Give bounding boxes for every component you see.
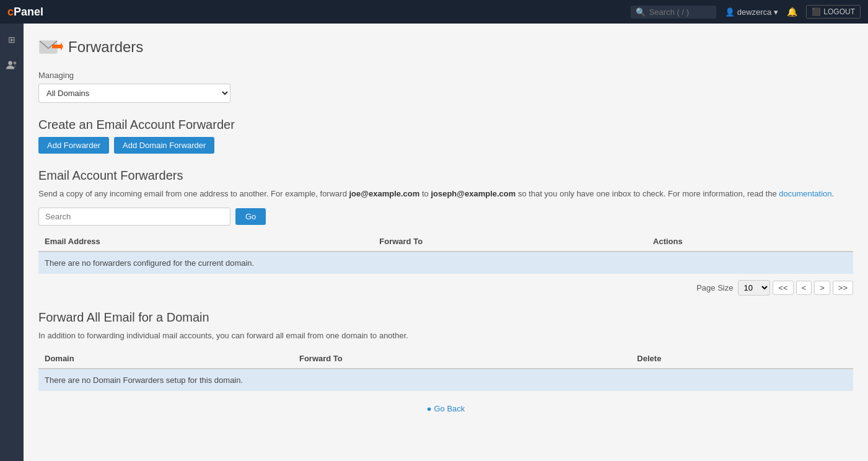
add-domain-forwarder-button[interactable]: Add Domain Forwarder: [114, 137, 214, 154]
create-forwarder-buttons: Add Forwarder Add Domain Forwarder: [38, 137, 853, 154]
desc-text-prefix: Send a copy of any incoming email from o…: [38, 189, 349, 198]
col-header-forward-to: Forward To: [373, 232, 647, 252]
navbar-right: 🔍 👤 dewzerca ▾ 🔔 ⬛ LOGOUT: [631, 5, 861, 19]
email-forwarders-description: Send a copy of any incoming email from o…: [38, 188, 853, 200]
search-row: Go: [38, 208, 853, 226]
go-back-row: ● Go Back: [38, 403, 853, 413]
col-header-domain: Domain: [38, 349, 293, 369]
pagination-first-button[interactable]: <<: [773, 281, 793, 295]
forwarders-page-icon: [38, 36, 61, 58]
svg-point-1: [13, 61, 16, 64]
empty-domain-forwarders-message: There are no Domain Forwarders setup for…: [38, 369, 853, 391]
navbar-logout-button[interactable]: ⬛ LOGOUT: [806, 5, 861, 19]
sidebar-item-users[interactable]: [2, 56, 22, 76]
navbar-notifications[interactable]: 🔔: [787, 7, 797, 17]
col-header-delete: Delete: [631, 349, 853, 369]
managing-select[interactable]: All Domains: [38, 84, 230, 103]
desc-example-from: joe@example.com: [349, 189, 419, 198]
email-forwarders-table-container: Email Address Forward To Actions There a…: [38, 232, 853, 274]
col-header-domain-forward-to: Forward To: [293, 349, 631, 369]
sidebar: ⊞: [0, 24, 24, 461]
user-icon: 👤: [725, 7, 735, 17]
main-content: Forwarders Managing All Domains Create a…: [24, 24, 868, 461]
search-icon: 🔍: [636, 7, 646, 17]
pagination-row: Page Size 10 25 50 100 << < > >>: [38, 280, 853, 296]
managing-section: Managing All Domains: [38, 71, 853, 103]
go-back-circle-icon: ●: [427, 404, 432, 413]
col-header-actions: Actions: [647, 232, 853, 252]
cpanel-logo: cPanel: [7, 6, 43, 19]
sidebar-item-grid[interactable]: ⊞: [2, 30, 22, 50]
domain-forwarders-table-container: Domain Forward To Delete There are no Do…: [38, 349, 853, 391]
desc-text-middle: to: [419, 189, 431, 198]
managing-label: Managing: [38, 71, 853, 80]
domain-table-row-empty: There are no Domain Forwarders setup for…: [38, 369, 853, 391]
create-forwarder-heading: Create an Email Account Forwarder: [38, 118, 853, 132]
desc-example-to: joseph@example.com: [431, 189, 515, 198]
pagination-next-button[interactable]: >: [814, 281, 830, 295]
page-size-label: Page Size: [696, 283, 733, 292]
search-input[interactable]: [38, 208, 230, 226]
email-forwarders-table: Email Address Forward To Actions There a…: [38, 232, 853, 274]
domain-forwarders-heading: Forward All Email for a Domain: [38, 310, 853, 325]
domain-forwarders-table: Domain Forward To Delete There are no Do…: [38, 349, 853, 391]
col-header-email: Email Address: [38, 232, 373, 252]
documentation-link[interactable]: documentation: [779, 189, 831, 198]
add-forwarder-button[interactable]: Add Forwarder: [38, 137, 109, 154]
navbar-left: cPanel: [7, 6, 43, 19]
page-title: Forwarders: [68, 38, 143, 56]
go-back-link[interactable]: ● Go Back: [427, 404, 465, 413]
svg-point-0: [8, 61, 12, 65]
navbar-username: dewzerca: [737, 7, 772, 17]
navbar-user-menu[interactable]: 👤 dewzerca ▾: [725, 7, 779, 17]
pagination-last-button[interactable]: >>: [833, 281, 853, 295]
logout-icon: ⬛: [812, 7, 821, 16]
domain-forwarders-description: In addition to forwarding individual mai…: [38, 330, 853, 342]
go-back-label: Go Back: [434, 404, 465, 413]
logout-label: LOGOUT: [823, 7, 855, 16]
domain-table-header-row: Domain Forward To Delete: [38, 349, 853, 369]
go-button[interactable]: Go: [235, 208, 266, 225]
pagination-prev-button[interactable]: <: [796, 281, 812, 295]
navbar-search-box[interactable]: 🔍: [631, 6, 716, 19]
page-header: Forwarders: [38, 36, 853, 58]
page-size-select[interactable]: 10 25 50 100: [738, 280, 770, 296]
table-row-empty: There are no forwarders configured for t…: [38, 252, 853, 274]
email-forwarders-heading: Email Account Forwarders: [38, 169, 853, 183]
users-icon: [6, 60, 17, 72]
navbar-search-input[interactable]: [649, 7, 711, 17]
top-navbar: cPanel 🔍 👤 dewzerca ▾ 🔔 ⬛ LOGOUT: [0, 0, 868, 24]
chevron-down-icon: ▾: [774, 7, 778, 17]
grid-icon: ⊞: [8, 35, 15, 45]
desc-text-suffix: so that you only have one inbox to check…: [515, 189, 779, 198]
empty-forwarders-message: There are no forwarders configured for t…: [38, 252, 853, 274]
table-header-row: Email Address Forward To Actions: [38, 232, 853, 252]
